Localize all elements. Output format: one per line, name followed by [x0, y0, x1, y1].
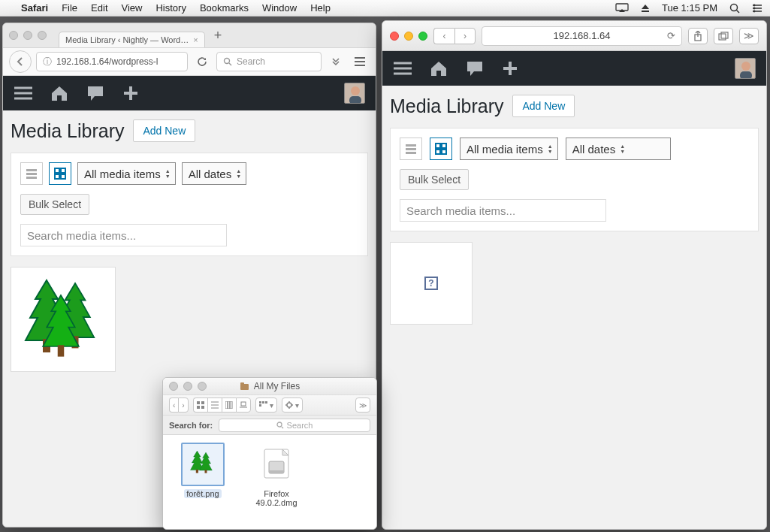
finder-titlebar: All My Files	[163, 378, 376, 394]
arrange-button[interactable]: ▾	[255, 397, 278, 413]
dropdown-caret-icon: ▲▼	[236, 168, 241, 179]
svg-point-10	[225, 59, 230, 64]
toolbar-overflow-button[interactable]: ≫	[355, 397, 370, 413]
menu-view[interactable]: View	[122, 2, 143, 14]
forward-button[interactable]: ›	[178, 397, 188, 413]
home-icon[interactable]	[50, 84, 69, 102]
site-info-icon[interactable]: ⓘ	[43, 56, 52, 68]
grid-view-button[interactable]	[430, 138, 452, 160]
search-bar[interactable]: Search	[216, 52, 322, 71]
media-date-filter[interactable]: All dates ▲▼	[182, 162, 246, 185]
icon-view-button[interactable]	[193, 397, 207, 413]
zoom-window-button[interactable]	[198, 382, 207, 391]
menu-toggle-icon[interactable]	[14, 86, 33, 101]
menu-file[interactable]: File	[62, 2, 77, 14]
column-view-button[interactable]	[222, 397, 236, 413]
hamburger-menu-button[interactable]	[350, 52, 370, 71]
finder-search-input[interactable]: Search	[219, 419, 370, 432]
svg-rect-53	[240, 382, 244, 385]
action-button[interactable]: ▾	[282, 397, 303, 413]
media-thumbnail-broken[interactable]: ?	[390, 242, 473, 325]
app-menu[interactable]: Safari	[21, 2, 48, 14]
media-date-filter[interactable]: All dates ▲▼	[566, 138, 671, 160]
minimize-window-button[interactable]	[404, 32, 413, 41]
url-bar[interactable]: ⓘ 192.168.1.64/wordpress-l	[36, 52, 188, 71]
close-window-button[interactable]	[9, 31, 18, 40]
svg-rect-49	[442, 144, 446, 148]
finder-file-item[interactable]: forêt.png	[177, 443, 229, 521]
menu-edit[interactable]: Edit	[91, 2, 107, 14]
back-button[interactable]: ‹	[433, 28, 454, 44]
new-content-icon[interactable]	[501, 59, 519, 77]
page-title: Media Library	[11, 120, 124, 142]
svg-rect-68	[265, 401, 267, 404]
close-window-button[interactable]	[169, 382, 178, 391]
media-type-filter[interactable]: All media items ▲▼	[77, 162, 176, 185]
minimize-window-button[interactable]	[183, 382, 192, 391]
firefox-toolbar: ⓘ 192.168.1.64/wordpress-l Search	[3, 47, 376, 76]
grid-view-button[interactable]	[49, 162, 71, 185]
finder-file-area[interactable]: forêt.png Firefox 49.0.2.dmg	[163, 435, 376, 529]
media-type-filter[interactable]: All media items ▲▼	[460, 138, 558, 160]
media-type-value: All media items	[84, 168, 161, 180]
finder-file-item[interactable]: Firefox 49.0.2.dmg	[250, 443, 303, 521]
share-button[interactable]	[688, 28, 708, 44]
menu-bookmarks[interactable]: Bookmarks	[200, 2, 249, 14]
dmg-icon	[258, 445, 294, 484]
firefox-tab-strip: Media Library ‹ Nightly — Word… × +	[3, 23, 376, 47]
browser-tab[interactable]: Media Library ‹ Nightly — Word… ×	[59, 32, 205, 47]
menu-toggle-icon[interactable]	[393, 61, 412, 76]
coverflow-view-button[interactable]	[236, 397, 251, 413]
svg-rect-36	[721, 32, 728, 38]
file-name: forêt.png	[184, 489, 221, 498]
airplay-icon[interactable]	[615, 3, 629, 13]
safari-toolbar: ‹ › 192.168.1.64 ⟳ ≫	[382, 21, 766, 51]
svg-line-76	[282, 427, 283, 428]
add-new-button[interactable]: Add New	[133, 119, 195, 142]
zoom-window-button[interactable]	[38, 31, 47, 40]
comments-icon[interactable]	[465, 59, 485, 77]
media-thumbnail[interactable]	[11, 267, 116, 372]
media-search-input[interactable]: Search media items...	[400, 199, 606, 222]
list-view-button[interactable]	[400, 138, 422, 160]
overflow-button[interactable]	[326, 52, 346, 71]
new-tab-button[interactable]: +	[210, 28, 227, 44]
address-bar[interactable]: 192.168.1.64 ⟳	[482, 26, 682, 46]
user-avatar[interactable]	[344, 83, 365, 104]
add-new-button[interactable]: Add New	[512, 95, 575, 117]
media-search-input[interactable]: Search media items...	[20, 224, 227, 246]
menu-window[interactable]: Window	[262, 2, 297, 14]
comments-icon[interactable]	[86, 84, 105, 102]
svg-rect-32	[58, 345, 65, 356]
zoom-window-button[interactable]	[418, 32, 427, 41]
menubar-clock[interactable]: Tue 1:15 PM	[662, 2, 717, 14]
minimize-window-button[interactable]	[23, 31, 32, 40]
menu-help[interactable]: Help	[310, 2, 331, 14]
eject-icon[interactable]	[641, 4, 650, 13]
close-window-button[interactable]	[390, 32, 399, 41]
spotlight-icon[interactable]	[729, 3, 740, 14]
toolbar-overflow-button[interactable]: ≫	[739, 28, 759, 44]
back-button[interactable]: ‹	[169, 397, 178, 413]
back-button[interactable]	[9, 50, 32, 73]
list-view-button[interactable]	[207, 397, 222, 413]
close-tab-icon[interactable]: ×	[193, 35, 198, 44]
tabs-button[interactable]	[714, 28, 733, 44]
bulk-select-button[interactable]: Bulk Select	[20, 194, 89, 215]
wp-content: Media Library Add New All media items ▲▼…	[382, 86, 766, 529]
forward-button[interactable]: ›	[454, 28, 476, 44]
reload-button[interactable]	[192, 52, 212, 71]
svg-rect-63	[230, 401, 232, 409]
svg-point-7	[753, 4, 756, 6]
finder-search-bar: Search for: Search	[163, 416, 376, 435]
list-view-button[interactable]	[20, 162, 43, 185]
svg-point-70	[287, 403, 291, 407]
home-icon[interactable]	[429, 59, 448, 77]
svg-rect-77	[196, 470, 198, 473]
menu-history[interactable]: History	[156, 2, 186, 14]
user-avatar[interactable]	[735, 58, 756, 79]
bulk-select-button[interactable]: Bulk Select	[400, 169, 469, 190]
notification-center-icon[interactable]	[752, 4, 762, 13]
new-content-icon[interactable]	[122, 84, 140, 102]
reload-icon[interactable]: ⟳	[667, 30, 675, 41]
